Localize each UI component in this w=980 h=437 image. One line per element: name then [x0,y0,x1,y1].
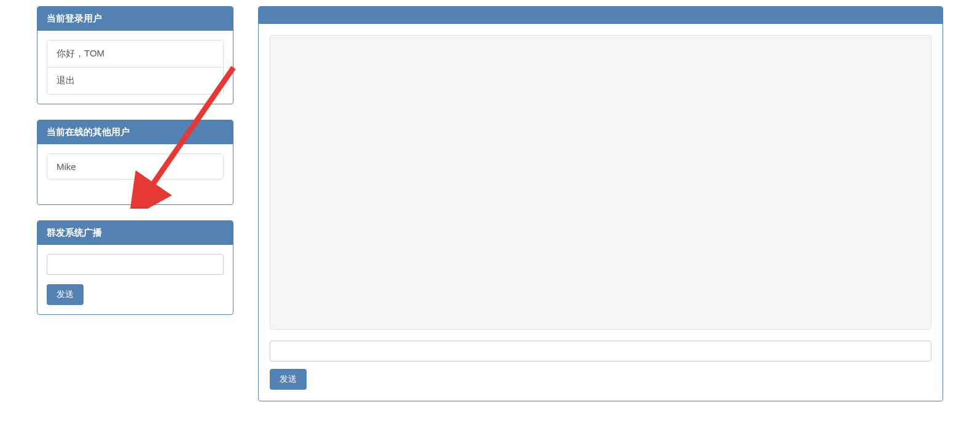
chat-messages-area [270,35,931,330]
current-user-title: 当前登录用户 [37,7,233,31]
broadcast-send-button[interactable]: 发送 [47,284,84,305]
greeting-text: 你好，TOM [47,41,223,68]
logout-link[interactable]: 退出 [47,68,223,94]
broadcast-input[interactable] [47,254,224,275]
chat-header [259,7,943,24]
online-user-item[interactable]: Mike [47,154,223,179]
broadcast-title: 群发系统广播 [37,221,233,245]
chat-send-button[interactable]: 发送 [270,369,307,390]
online-users-list: Mike [47,153,224,180]
chat-panel: 发送 [258,6,943,401]
chat-input[interactable] [270,341,931,362]
online-users-title: 当前在线的其他用户 [37,120,233,144]
online-users-panel: 当前在线的其他用户 Mike [37,120,233,205]
broadcast-panel: 群发系统广播 发送 [37,220,233,315]
current-user-panel: 当前登录用户 你好，TOM 退出 [37,6,233,104]
